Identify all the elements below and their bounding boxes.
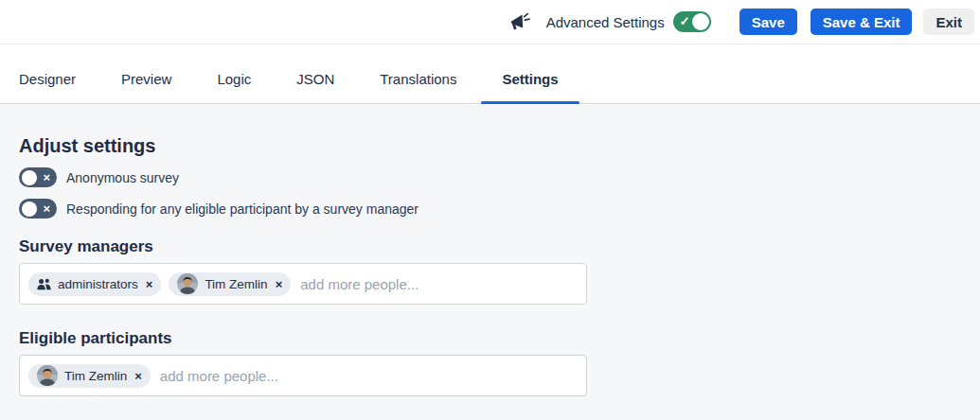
- tab-bar: DesignerPreviewLogicJSONTranslationsSett…: [0, 44, 980, 104]
- remove-tag-button[interactable]: ×: [146, 277, 153, 291]
- x-icon: ×: [43, 201, 50, 217]
- check-icon: ✓: [680, 14, 690, 29]
- group-tag-administrators: administrators×: [28, 272, 161, 296]
- eligible-participants-heading: Eligible participants: [19, 329, 961, 348]
- topbar: Advanced Settings ✓ Save Save & Exit Exi…: [0, 0, 980, 44]
- add-people-input[interactable]: [298, 275, 578, 293]
- person-tag-tim-zemlin: Tim Zemlin×: [28, 364, 151, 388]
- tag-label: Tim Zemlin: [205, 277, 267, 291]
- tab-settings[interactable]: Settings: [489, 54, 571, 103]
- avatar: [37, 365, 58, 386]
- tag-label: administrators: [58, 277, 138, 291]
- tab-preview[interactable]: Preview: [108, 54, 185, 103]
- add-people-input[interactable]: [158, 367, 578, 385]
- remove-tag-button[interactable]: ×: [276, 277, 283, 291]
- tab-json[interactable]: JSON: [283, 54, 347, 103]
- survey-managers-heading: Survey managers: [19, 237, 961, 256]
- toggle-row: ×Responding for any eligible participant…: [19, 199, 961, 219]
- toggle-knob: [22, 201, 37, 217]
- toggle-knob: [22, 170, 37, 185]
- tab-designer[interactable]: Designer: [6, 54, 89, 103]
- settings-toggles: ×Anonymous survey×Responding for any eli…: [19, 167, 961, 219]
- people-groups: Survey managers administrators× Tim Zeml…: [19, 237, 961, 396]
- survey-managers-picker: administrators× Tim Zemlin×: [19, 263, 587, 305]
- save-button[interactable]: Save: [739, 9, 797, 35]
- advanced-settings-label: Advanced Settings: [546, 14, 665, 30]
- save-and-exit-button[interactable]: Save & Exit: [811, 9, 913, 35]
- settings-panel: Adjust settings ×Anonymous survey×Respon…: [0, 104, 980, 420]
- exit-button[interactable]: Exit: [923, 9, 974, 35]
- advanced-settings-toggle[interactable]: ✓: [673, 11, 711, 32]
- adjust-settings-heading: Adjust settings: [19, 135, 961, 157]
- toggle-knob: [692, 13, 709, 30]
- toggle-label: Responding for any eligible participant …: [66, 201, 419, 217]
- person-tag-tim-zemlin: Tim Zemlin×: [169, 272, 291, 296]
- toggle-responding-for-any-eligible-participant-by-a-survey-manager[interactable]: ×: [19, 199, 57, 219]
- megaphone-icon[interactable]: [510, 12, 530, 31]
- avatar: [177, 273, 198, 294]
- toggle-anonymous-survey[interactable]: ×: [19, 167, 57, 187]
- tab-logic[interactable]: Logic: [204, 54, 264, 103]
- group-icon: [37, 278, 51, 290]
- eligible-participants-picker: Tim Zemlin×: [19, 355, 587, 396]
- survey-settings-page: Advanced Settings ✓ Save Save & Exit Exi…: [0, 0, 980, 420]
- remove-tag-button[interactable]: ×: [134, 369, 142, 383]
- toggle-label: Anonymous survey: [66, 170, 179, 185]
- toggle-row: ×Anonymous survey: [19, 167, 961, 187]
- tag-label: Tim Zemlin: [64, 369, 127, 383]
- x-icon: ×: [43, 169, 50, 185]
- tab-translations[interactable]: Translations: [366, 54, 470, 103]
